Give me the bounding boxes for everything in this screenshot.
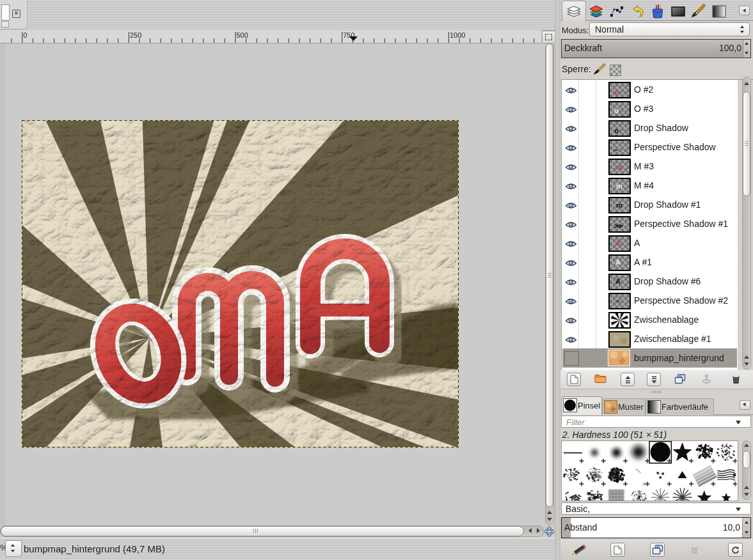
svg-text:0: 0 <box>23 31 27 39</box>
svg-text:500: 500 <box>237 31 248 39</box>
svg-text:1000: 1000 <box>450 31 465 39</box>
svg-text:250: 250 <box>130 31 141 39</box>
